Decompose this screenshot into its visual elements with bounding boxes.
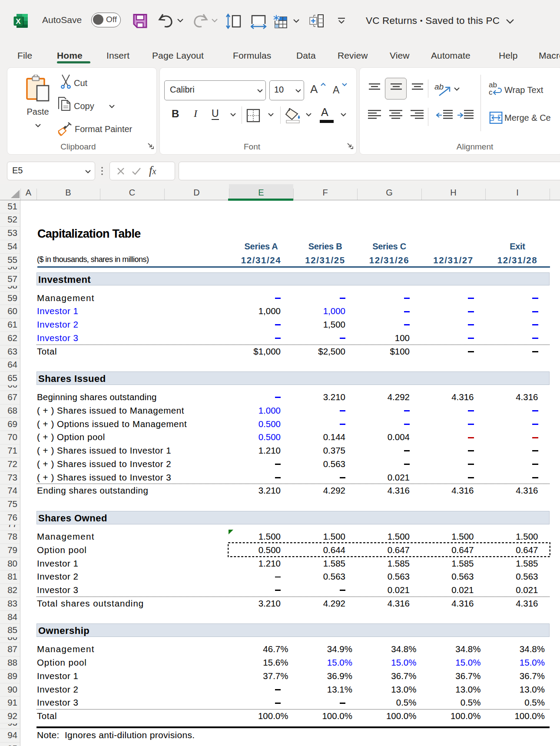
svg-text:X: X: [16, 17, 21, 26]
svg-text:c: c: [489, 88, 493, 96]
